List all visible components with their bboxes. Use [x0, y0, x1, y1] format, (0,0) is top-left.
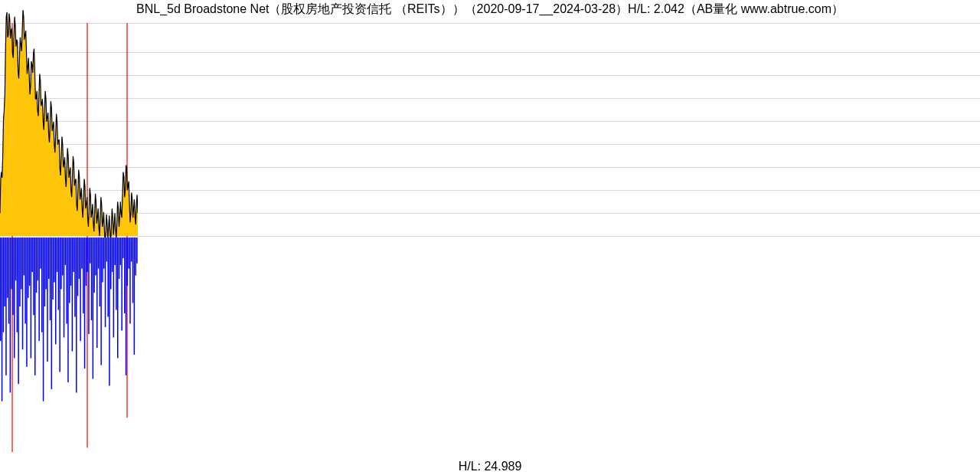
svg-rect-47: [60, 238, 62, 290]
svg-rect-96: [128, 238, 129, 269]
svg-rect-23: [28, 238, 29, 298]
svg-rect-74: [98, 238, 100, 269]
svg-rect-58: [76, 238, 77, 393]
svg-rect-25: [31, 238, 32, 359]
svg-rect-17: [19, 238, 21, 306]
svg-rect-9: [8, 238, 10, 324]
svg-rect-31: [38, 238, 40, 341]
svg-rect-84: [112, 238, 113, 272]
svg-rect-92: [122, 238, 124, 258]
svg-rect-46: [59, 238, 60, 372]
svg-rect-81: [107, 238, 109, 317]
svg-rect-16: [18, 238, 19, 384]
svg-rect-45: [58, 238, 60, 310]
svg-rect-20: [24, 238, 24, 276]
svg-rect-61: [80, 238, 81, 341]
svg-rect-8: [7, 238, 8, 298]
svg-rect-51: [66, 238, 67, 324]
svg-rect-101: [135, 238, 136, 276]
svg-rect-64: [84, 238, 86, 369]
svg-rect-88: [117, 238, 119, 359]
chart-title: BNL_5d Broadstone Net（股权房地产投资信托 （REITs））…: [0, 2, 980, 18]
footer-hl-ratio: H/L: 24.989: [0, 460, 980, 473]
svg-rect-10: [10, 238, 11, 393]
svg-rect-80: [106, 238, 108, 262]
svg-rect-56: [73, 238, 74, 272]
svg-rect-59: [77, 238, 79, 296]
svg-rect-67: [88, 238, 90, 334]
svg-rect-95: [127, 238, 129, 286]
svg-rect-97: [129, 238, 131, 324]
svg-rect-69: [91, 238, 93, 320]
svg-rect-75: [100, 238, 101, 306]
svg-rect-42: [54, 238, 55, 283]
svg-rect-35: [44, 238, 46, 306]
svg-rect-6: [4, 238, 5, 306]
svg-rect-54: [70, 238, 72, 286]
svg-rect-27: [33, 238, 34, 315]
svg-rect-38: [48, 238, 50, 279]
svg-rect-12: [12, 238, 14, 315]
svg-rect-43: [55, 238, 57, 345]
svg-rect-18: [21, 238, 22, 290]
svg-rect-19: [22, 238, 24, 349]
svg-rect-26: [31, 238, 33, 272]
svg-rect-63: [83, 238, 84, 313]
svg-rect-39: [50, 238, 51, 320]
svg-rect-14: [15, 238, 17, 280]
svg-rect-41: [52, 238, 54, 300]
svg-rect-71: [93, 238, 95, 293]
svg-rect-60: [79, 238, 80, 279]
svg-rect-36: [45, 238, 47, 290]
svg-rect-77: [102, 238, 103, 283]
svg-rect-62: [81, 238, 83, 269]
svg-rect-22: [26, 238, 28, 367]
svg-rect-13: [14, 238, 15, 359]
price-gridlines: [0, 23, 980, 238]
svg-rect-72: [95, 238, 96, 276]
svg-rect-48: [62, 238, 64, 276]
svg-rect-11: [11, 238, 12, 290]
volume-chart: [0, 238, 138, 467]
svg-rect-94: [126, 238, 127, 375]
svg-rect-70: [93, 238, 94, 379]
svg-rect-7: [5, 238, 7, 375]
svg-rect-89: [119, 238, 120, 279]
svg-rect-90: [120, 238, 122, 265]
svg-rect-57: [74, 238, 76, 317]
svg-rect-24: [29, 238, 31, 286]
svg-rect-37: [47, 238, 48, 362]
svg-rect-21: [24, 238, 26, 324]
svg-rect-29: [36, 238, 38, 293]
svg-rect-5: [3, 238, 5, 332]
svg-rect-91: [121, 238, 122, 331]
svg-rect-52: [67, 238, 69, 382]
svg-rect-28: [34, 238, 36, 375]
svg-rect-65: [86, 238, 87, 286]
svg-rect-66: [87, 238, 88, 272]
svg-rect-99: [132, 238, 134, 303]
svg-rect-15: [17, 238, 18, 332]
svg-rect-68: [90, 238, 91, 264]
svg-rect-30: [38, 238, 39, 280]
svg-rect-53: [69, 238, 70, 303]
svg-rect-44: [57, 238, 58, 272]
svg-rect-33: [41, 238, 43, 332]
svg-rect-76: [100, 238, 102, 365]
svg-rect-86: [114, 238, 116, 265]
svg-rect-82: [109, 238, 110, 386]
svg-rect-40: [51, 238, 53, 389]
svg-rect-79: [105, 238, 106, 327]
svg-rect-87: [116, 238, 117, 310]
svg-rect-78: [103, 238, 105, 269]
svg-rect-32: [40, 238, 41, 269]
svg-rect-3: [0, 238, 2, 341]
svg-rect-93: [124, 238, 126, 313]
svg-rect-50: [65, 238, 67, 265]
svg-rect-85: [113, 238, 115, 338]
svg-rect-83: [110, 238, 112, 290]
svg-rect-55: [72, 238, 74, 352]
svg-rect-102: [136, 238, 138, 264]
svg-rect-100: [134, 238, 136, 355]
svg-rect-73: [96, 238, 98, 348]
